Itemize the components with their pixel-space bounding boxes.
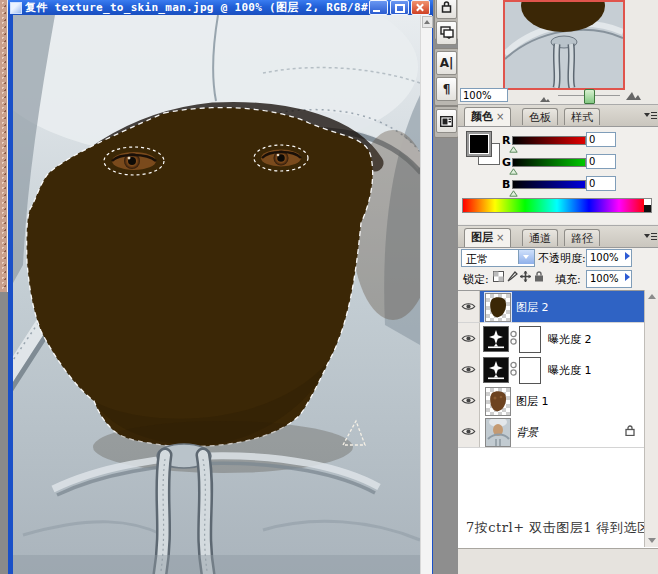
background-window-edge — [0, 0, 8, 292]
document-icon — [10, 2, 22, 14]
layer-name: 图层 1 — [516, 394, 549, 409]
note-line-1: 7按ctrl+ 双击图层1 得到选区 — [466, 519, 648, 537]
color-panel: 颜色× 色板 样式 R G — [458, 104, 658, 224]
layers-panel: 图层× 通道 路径 正常 不透明度: 100% 锁定: — [458, 225, 658, 574]
layers-scrollbar[interactable] — [644, 290, 658, 547]
character-palette-button[interactable]: A| — [436, 51, 457, 75]
paragraph-palette-button[interactable]: ¶ — [436, 77, 457, 101]
channel-b-slider[interactable] — [512, 180, 586, 189]
layer-name: 曝光度 1 — [548, 363, 592, 378]
panel-menu-icon[interactable] — [643, 230, 657, 242]
opacity-label: 不透明度: — [538, 251, 586, 266]
foreground-color-swatch[interactable] — [467, 132, 491, 156]
scroll-up-arrow[interactable] — [648, 294, 656, 299]
lock-icon — [441, 1, 452, 13]
hoodie-photo — [13, 15, 420, 574]
palette-dock: A| ¶ — [433, 0, 458, 574]
tab-paths[interactable]: 路径 — [564, 229, 600, 246]
tab-channels[interactable]: 通道 — [522, 229, 558, 246]
layer-mask-thumbnail[interactable] — [519, 357, 541, 384]
blend-mode-dropdown[interactable]: 正常 — [461, 249, 535, 267]
fill-field[interactable]: 100% — [586, 270, 632, 288]
channel-g-value[interactable] — [586, 154, 616, 169]
lock-transparency-icon[interactable] — [492, 270, 505, 283]
mask-link-icon[interactable] — [510, 330, 517, 349]
navigator-zoom-input[interactable] — [460, 88, 508, 102]
eye-icon — [461, 396, 476, 405]
layer-name: 图层 2 — [516, 300, 549, 315]
navigator-thumbnail[interactable] — [503, 0, 625, 90]
navigator-preview — [505, 2, 623, 88]
visibility-toggle[interactable] — [458, 291, 480, 322]
background-lock-icon — [625, 425, 635, 439]
workspace-background — [0, 292, 8, 574]
screenshot-root: 复件 texture_to_skin_man.jpg @ 100% (图层 2,… — [0, 0, 658, 574]
dock-info-palette-button[interactable] — [436, 109, 457, 133]
mask-link-icon[interactable] — [510, 361, 517, 380]
opacity-spinner-icon[interactable] — [625, 252, 630, 260]
layer-thumbnail[interactable] — [485, 293, 511, 322]
layer-thumbnail[interactable] — [485, 418, 511, 447]
palette-window-icon — [440, 116, 453, 127]
lock-all-icon[interactable] — [532, 270, 545, 283]
spectrum-black-swatch[interactable] — [644, 205, 651, 212]
channel-r-value[interactable] — [586, 132, 616, 147]
eye-icon — [461, 365, 476, 374]
layer-row-exposure2[interactable]: 曝光度 2 — [458, 323, 645, 355]
layers-list: 图层 2 — [458, 290, 658, 548]
dock-layer-comps-button[interactable] — [436, 21, 457, 45]
layer-comps-icon — [440, 26, 454, 40]
document-titlebar[interactable]: 复件 texture_to_skin_man.jpg @ 100% (图层 2,… — [8, 0, 433, 15]
close-button[interactable] — [411, 0, 430, 15]
visibility-toggle[interactable] — [458, 354, 480, 385]
tab-close-icon[interactable]: × — [496, 232, 504, 243]
vertical-scrollbar[interactable] — [420, 15, 432, 574]
visibility-toggle[interactable] — [458, 385, 480, 416]
layer-name: 背景 — [516, 425, 538, 440]
scroll-up-button[interactable] — [422, 16, 433, 28]
channel-g-slider[interactable] — [512, 158, 586, 167]
navigator-zoom-slider[interactable] — [558, 95, 620, 96]
tab-color[interactable]: 颜色× — [464, 107, 511, 126]
channel-b-value[interactable] — [586, 176, 616, 191]
tab-close-icon[interactable]: × — [496, 111, 504, 122]
navigator-panel — [458, 0, 658, 103]
fill-label: 填充: — [555, 272, 581, 287]
minimize-button[interactable] — [369, 0, 388, 15]
channel-r-slider[interactable] — [512, 136, 586, 145]
restore-button[interactable] — [390, 0, 409, 15]
document-title: 复件 texture_to_skin_man.jpg @ 100% (图层 2,… — [25, 0, 369, 15]
layer-row-background[interactable]: 背景 — [458, 416, 645, 448]
tab-layers[interactable]: 图层× — [464, 228, 511, 247]
dock-lock-button[interactable] — [436, 0, 457, 19]
layer-row-exposure1[interactable]: 曝光度 1 — [458, 354, 645, 386]
tab-styles[interactable]: 样式 — [564, 108, 600, 125]
scroll-down-arrow[interactable] — [648, 538, 656, 543]
eye-icon — [461, 334, 476, 343]
exposure-adjustment-icon[interactable] — [483, 326, 509, 352]
panel-column: 颜色× 色板 样式 R G — [458, 0, 658, 574]
zoom-slider-knob[interactable] — [584, 89, 595, 104]
opacity-field[interactable]: 100% — [586, 249, 632, 267]
visibility-toggle[interactable] — [458, 323, 480, 354]
layer-name: 曝光度 2 — [548, 332, 592, 347]
lock-label: 锁定: — [463, 272, 489, 287]
lock-position-icon[interactable] — [519, 270, 532, 283]
tab-swatches[interactable]: 色板 — [522, 108, 558, 125]
eye-icon — [461, 427, 476, 436]
panel-menu-icon[interactable] — [643, 109, 657, 121]
layer-row-layer2[interactable]: 图层 2 — [458, 291, 645, 323]
layer-row-layer1[interactable]: 图层 1 — [458, 385, 645, 417]
color-spectrum-ramp[interactable] — [462, 198, 652, 213]
exposure-adjustment-icon[interactable] — [483, 357, 509, 383]
lock-paint-icon[interactable] — [506, 270, 519, 283]
layer-mask-thumbnail[interactable] — [519, 326, 541, 353]
visibility-toggle[interactable] — [458, 416, 480, 447]
dropdown-arrow-icon[interactable] — [518, 250, 534, 264]
zoom-in-icon[interactable] — [626, 90, 641, 103]
image-canvas[interactable] — [13, 15, 420, 574]
eye-icon — [461, 302, 476, 311]
document-window: 复件 texture_to_skin_man.jpg @ 100% (图层 2,… — [8, 0, 433, 574]
fill-spinner-icon[interactable] — [625, 273, 630, 281]
layer-thumbnail[interactable] — [485, 387, 511, 416]
